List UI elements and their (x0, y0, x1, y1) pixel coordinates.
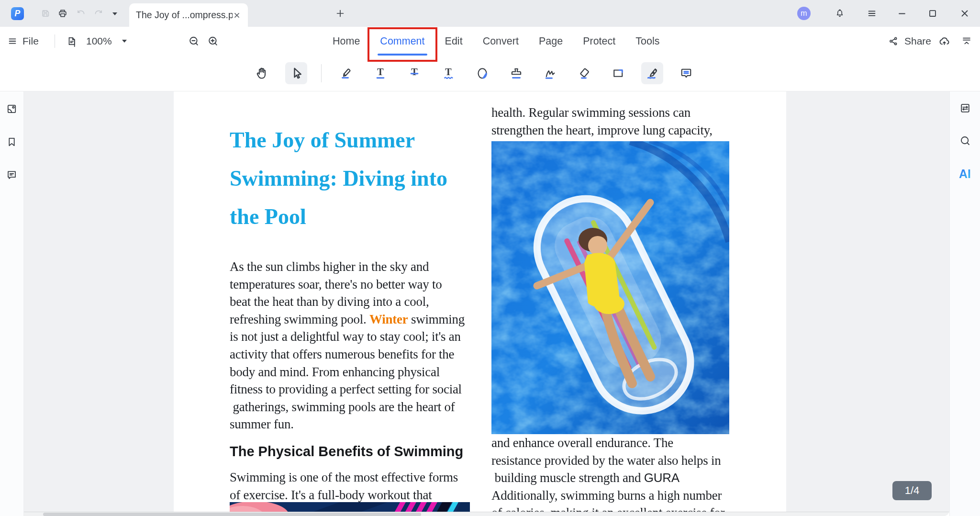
search-icon[interactable] (959, 135, 971, 147)
doc-title-line: Swimming: Diving into (230, 159, 447, 198)
share-label: Share (904, 35, 931, 47)
nav-tab-tools[interactable]: Tools (635, 27, 659, 56)
nav-tab-label: Tools (635, 35, 659, 47)
page-indicator-value: 1/4 (905, 484, 920, 497)
annotation-toolbar: T T T (0, 56, 980, 91)
svg-text:T: T (445, 67, 452, 77)
redo-icon[interactable] (93, 8, 104, 19)
zoom-out-icon[interactable] (188, 27, 200, 56)
pool-photo (491, 141, 729, 434)
divider (321, 64, 322, 82)
doc-title-line: The Joy of Summer (230, 121, 447, 159)
doc-intro-highlight-line: refreshing swimming pool. Winter swimmin… (230, 311, 465, 328)
file-menu[interactable]: File (7, 27, 39, 56)
nav-tab-page[interactable]: Page (539, 27, 563, 56)
nav-tab-label: Comment (380, 35, 424, 47)
left-panel-rail (0, 91, 24, 516)
app-menu-icon[interactable] (867, 8, 877, 19)
save-icon[interactable] (40, 8, 51, 19)
notifications-bell-icon[interactable] (835, 8, 845, 19)
zoom-level-value[interactable]: 100% (86, 27, 112, 56)
pdf-editor-window: P The Joy of ...ompress.pdf m (0, 0, 980, 516)
menu-bar: File 100% Home Comment Edit Convert (0, 27, 980, 56)
nav-tab-home[interactable]: Home (333, 27, 360, 56)
zoom-in-icon[interactable] (207, 27, 220, 56)
ai-label: AI (959, 167, 971, 180)
close-button[interactable] (959, 8, 970, 19)
zoom-level-label: 100% (86, 35, 112, 47)
maximize-button[interactable] (927, 8, 938, 19)
bookmarks-icon[interactable] (6, 136, 18, 148)
eraser-tool-icon[interactable] (573, 62, 595, 84)
nav-tab-comment[interactable]: Comment (380, 27, 424, 56)
nav-tab-label: Home (333, 35, 360, 47)
squiggly-underline-tool-icon[interactable]: T (437, 62, 459, 84)
nav-tab-convert[interactable]: Convert (483, 27, 519, 56)
doc-paragraph-2: Swimming is one of the most effective fo… (230, 469, 458, 504)
zoom-dropdown-caret-icon[interactable] (121, 27, 128, 56)
share-icon[interactable] (888, 27, 899, 56)
svg-text:T: T (411, 67, 418, 77)
comments-panel-icon[interactable] (6, 169, 18, 181)
document-tab[interactable]: The Joy of ...ompress.pdf (129, 3, 248, 27)
signature-tool-icon[interactable] (641, 62, 663, 84)
pdf-page: The Joy of Summer Swimming: Diving into … (174, 91, 786, 516)
underline-tool-icon[interactable]: T (369, 62, 391, 84)
rectangle-tool-icon[interactable] (607, 62, 629, 84)
ai-assistant-icon[interactable]: AI (959, 167, 971, 181)
highlighted-word: Winter (369, 312, 408, 326)
svg-text:T: T (377, 67, 384, 77)
undo-icon[interactable] (76, 8, 86, 19)
page-indicator-badge: 1/4 (892, 481, 932, 500)
nav-tab-label: Page (539, 35, 563, 47)
properties-panel-icon[interactable] (959, 102, 971, 114)
file-menu-label: File (22, 35, 39, 47)
divider (55, 34, 55, 48)
nav-tab-label: Edit (445, 35, 463, 47)
doc-col2-bottom-text: and enhance overall endurance. The resis… (491, 434, 724, 516)
doc-title: The Joy of Summer Swimming: Diving into … (230, 121, 447, 236)
tab-close-icon[interactable] (233, 11, 241, 20)
nav-tab-protect[interactable]: Protect (583, 27, 615, 56)
document-tab-title: The Joy of ...ompress.pdf (136, 10, 233, 21)
horizontal-scrollbar-thumb[interactable] (43, 513, 421, 516)
doc-brand-line: building muscle strength and GURA (491, 469, 724, 487)
minimize-button[interactable] (897, 8, 907, 19)
doc-intro-paragraph: As the sun climbs higher in the sky and … (230, 258, 465, 433)
page-thumbnails-icon[interactable] (6, 103, 18, 115)
sticky-note-tool-icon[interactable] (675, 62, 697, 84)
nav-tab-label: Convert (483, 35, 519, 47)
doc-title-line: the Pool (230, 198, 447, 236)
page-view-icon[interactable] (66, 27, 78, 56)
nav-tab-label: Protect (583, 35, 615, 47)
collapse-toolbar-icon[interactable] (961, 27, 972, 56)
strikethrough-tool-icon[interactable]: T (403, 62, 425, 84)
avatar-initial: m (801, 9, 807, 18)
share-button[interactable]: Share (904, 27, 931, 56)
area-highlight-tool-icon[interactable] (471, 62, 493, 84)
pencil-tool-icon[interactable] (539, 62, 561, 84)
user-avatar[interactable]: m (797, 7, 811, 20)
stamp-tool-icon[interactable] (505, 62, 527, 84)
highlight-tool-icon[interactable] (335, 62, 357, 84)
new-tab-button[interactable] (335, 8, 345, 19)
nav-tab-edit[interactable]: Edit (445, 27, 463, 56)
ribbon-nav: Home Comment Edit Convert Page Protect T… (333, 27, 659, 56)
document-viewport[interactable]: The Joy of Summer Swimming: Diving into … (24, 91, 949, 516)
app-logo-icon: P (11, 7, 24, 20)
cloud-upload-icon[interactable] (938, 27, 951, 56)
hand-tool-icon[interactable] (251, 62, 273, 84)
right-panel-rail: AI (949, 91, 980, 516)
horizontal-scrollbar[interactable] (24, 512, 949, 516)
doc-section-heading: The Physical Benefits of Swimming (230, 444, 463, 460)
title-bar: P The Joy of ...ompress.pdf m (0, 0, 980, 27)
print-icon[interactable] (57, 8, 68, 19)
doc-col2-top-text: health. Regular swimming sessions can st… (491, 104, 713, 139)
history-dropdown-caret-icon[interactable] (111, 11, 118, 17)
select-tool-icon[interactable] (285, 62, 307, 84)
brand-word: GURA (644, 471, 679, 485)
